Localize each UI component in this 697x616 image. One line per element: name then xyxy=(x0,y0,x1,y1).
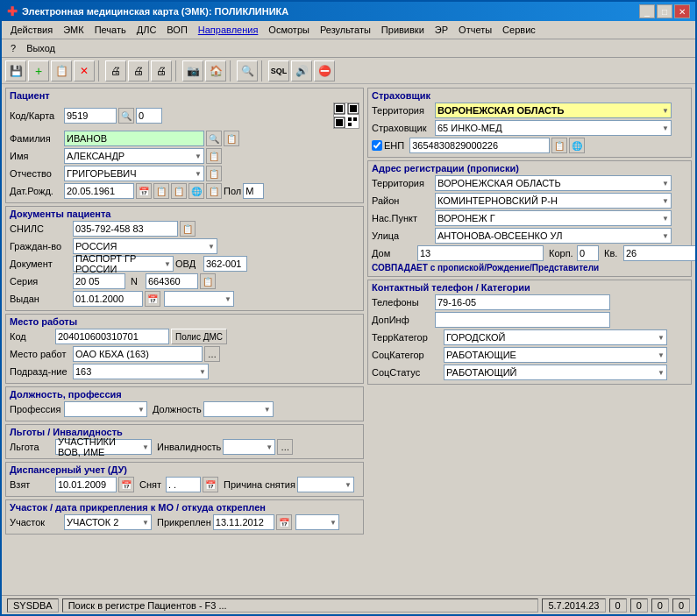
snils-input[interactable] xyxy=(73,221,178,237)
patronymic-icon[interactable]: 📋 xyxy=(206,166,222,181)
workplace-code-row: Код Полис ДМС xyxy=(10,329,359,344)
document-row: Документ ПАСПОРТ ГР РОССИИ ▼ ОВД xyxy=(10,256,359,272)
birthdate-input[interactable] xyxy=(64,183,134,199)
dopinf-input[interactable] xyxy=(435,312,610,328)
card-input[interactable] xyxy=(64,108,117,124)
toolbar-sound[interactable]: 🔊 xyxy=(291,60,312,81)
terr-category-dropdown[interactable]: ГОРОДСКОЙ ▼ xyxy=(444,329,667,345)
menu-results[interactable]: Результаты xyxy=(315,23,376,37)
position-dropdown[interactable]: ▼ xyxy=(203,401,274,417)
toolbar-stop[interactable]: ⛔ xyxy=(314,60,335,81)
menu-vaccines[interactable]: Прививки xyxy=(376,23,430,37)
insurer-region-dropdown[interactable]: ВОРОНЕЖСКАЯ ОБЛАСТЬ ▼ xyxy=(435,103,672,118)
gender-dropdown[interactable]: М xyxy=(243,183,264,199)
toolbar-home[interactable]: 🏠 xyxy=(205,60,226,81)
workplace-place-icon[interactable]: … xyxy=(204,346,220,362)
menu-directions[interactable]: Направления xyxy=(193,23,264,37)
toolbar-copy[interactable]: 📋 xyxy=(51,60,72,81)
series-input[interactable] xyxy=(73,273,125,289)
issued-who-dropdown[interactable]: ▼ xyxy=(164,291,234,307)
surname-input[interactable] xyxy=(64,131,204,146)
workplace-code-input[interactable] xyxy=(55,329,169,344)
toolbar-save[interactable]: 💾 xyxy=(5,60,26,81)
removed-cal-btn[interactable]: 📅 xyxy=(203,477,218,492)
card-input2[interactable] xyxy=(136,108,162,124)
enp-checkbox[interactable] xyxy=(372,140,382,151)
ovd-input[interactable] xyxy=(203,256,247,272)
birthdate-icon4[interactable]: 🌐 xyxy=(188,183,204,199)
toolbar-print1[interactable]: 🖨 xyxy=(105,60,126,81)
enp-icon2[interactable]: 🌐 xyxy=(569,138,585,153)
birthdate-icon5[interactable]: 📋 xyxy=(206,183,222,199)
attached-cal-btn[interactable]: 📅 xyxy=(276,514,292,530)
toolbar-print2[interactable]: 🖨 xyxy=(128,60,149,81)
removed-input[interactable] xyxy=(166,477,201,492)
toolbar-print3[interactable]: 🖨 xyxy=(151,60,172,81)
n-input[interactable] xyxy=(146,273,198,289)
card-icon-btn[interactable]: 🔍 xyxy=(118,108,134,124)
insurer-dropdown[interactable]: 65 ИНКО-МЕД ▼ xyxy=(435,120,672,136)
menu-print[interactable]: Печать xyxy=(89,23,132,37)
snils-icon[interactable]: 📋 xyxy=(180,221,196,237)
maximize-btn[interactable]: □ xyxy=(657,4,672,18)
disability-dropdown[interactable]: ▼ xyxy=(223,439,275,455)
patronymic-dropdown[interactable]: ГРИГОРЬЕВИЧ ▼ xyxy=(64,166,204,181)
terr-category-row: ТеррКатегор ГОРОДСКОЙ ▼ xyxy=(372,329,687,345)
name-icon[interactable]: 📋 xyxy=(206,148,222,164)
address-district-dropdown[interactable]: КОМИНТЕРНОВСКИЙ Р-Н ▼ xyxy=(435,193,672,209)
soc-category-dropdown[interactable]: РАБОТАЮЩИЕ ▼ xyxy=(444,347,667,363)
citizenship-dropdown[interactable]: РОССИЯ ▼ xyxy=(73,238,217,254)
menu-service[interactable]: Сервис xyxy=(497,23,541,37)
name-dropdown[interactable]: АЛЕКСАНДР ▼ xyxy=(64,148,204,164)
n-icon[interactable]: 📋 xyxy=(200,273,216,289)
issued-cal-btn[interactable]: 📅 xyxy=(145,291,160,307)
birthdate-icon3[interactable]: 📋 xyxy=(171,183,187,199)
enp-checkbox-label[interactable]: ЕНП xyxy=(372,140,404,151)
address-house-input[interactable] xyxy=(417,245,544,261)
toolbar-sql[interactable]: SQL xyxy=(268,60,289,81)
polis-dms-btn[interactable]: Полис ДМС xyxy=(171,329,227,344)
menu-er[interactable]: ЭР xyxy=(430,23,453,37)
surname-search-btn[interactable]: 🔍 xyxy=(206,131,222,146)
address-apt-input[interactable] xyxy=(623,245,695,261)
enp-input[interactable] xyxy=(409,138,550,153)
minimize-btn[interactable]: _ xyxy=(639,4,655,18)
workplace-division-dropdown[interactable]: 163 ▼ xyxy=(73,364,209,379)
reason-dropdown[interactable]: ▼ xyxy=(297,477,354,492)
taken-cal-btn[interactable]: 📅 xyxy=(118,477,134,492)
menu-exit[interactable]: Выход xyxy=(21,41,60,55)
address-building-input[interactable] xyxy=(577,245,599,261)
menu-examinations[interactable]: Осмотры xyxy=(263,23,315,37)
taken-input[interactable] xyxy=(55,477,117,492)
benefit-dropdown[interactable]: УЧАСТНИКИ ВОВ, ИМЕ ▼ xyxy=(55,439,152,455)
toolbar-delete[interactable]: ✕ xyxy=(74,60,95,81)
address-territory-dropdown[interactable]: ВОРОНЕЖСКАЯ ОБЛАСТЬ ▼ xyxy=(435,175,672,191)
address-street-dropdown[interactable]: АНТОНОВА-ОВСЕЕНКО УЛ ▼ xyxy=(435,228,672,244)
profession-dropdown[interactable]: ▼ xyxy=(64,401,147,417)
close-btn[interactable]: ✕ xyxy=(674,4,690,18)
status-user: SYSDBA xyxy=(7,598,59,612)
document-dropdown[interactable]: ПАСПОРТ ГР РОССИИ ▼ xyxy=(73,256,174,272)
birthdate-cal-btn[interactable]: 📅 xyxy=(136,183,152,199)
menu-vop[interactable]: ВОП xyxy=(161,23,192,37)
menu-emk[interactable]: ЭМК xyxy=(58,23,89,37)
toolbar-add[interactable]: + xyxy=(28,60,49,81)
menu-actions[interactable]: Действия xyxy=(5,23,58,37)
enp-icon[interactable]: 📋 xyxy=(551,138,567,153)
toolbar-search[interactable]: 🔍 xyxy=(237,60,258,81)
birthdate-icon2[interactable]: 📋 xyxy=(153,183,169,199)
disability-icon[interactable]: … xyxy=(277,439,293,455)
address-locality-dropdown[interactable]: ВОРОНЕЖ Г ▼ xyxy=(435,210,672,226)
workplace-place-input[interactable] xyxy=(73,346,203,362)
site-dropdown[interactable]: УЧАСТОК 2 ▼ xyxy=(64,514,152,530)
phones-input[interactable] xyxy=(435,294,610,310)
soc-status-dropdown[interactable]: РАБОТАЮЩИЙ ▼ xyxy=(444,365,667,380)
menu-help[interactable]: ? xyxy=(5,41,21,55)
issued-input[interactable] xyxy=(73,291,143,307)
surname-icon2[interactable]: 📋 xyxy=(224,131,239,146)
menu-reports[interactable]: Отчеты xyxy=(453,23,497,37)
attached-input[interactable] xyxy=(213,514,274,530)
toolbar-scan[interactable]: 📷 xyxy=(182,60,203,81)
attached-dropdown[interactable]: ▼ xyxy=(295,514,339,530)
menu-dls[interactable]: ДЛС xyxy=(132,23,162,37)
